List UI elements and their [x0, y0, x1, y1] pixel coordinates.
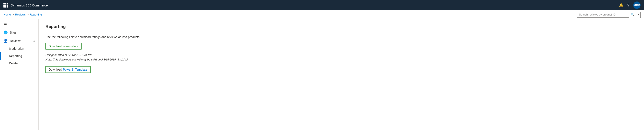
main-layout: ☰ 🌐 Sites 👤 Reviews ∧ Moderation Reporti…: [0, 19, 644, 130]
avatar[interactable]: MRG: [633, 2, 640, 9]
breadcrumb-home[interactable]: Home: [4, 13, 11, 16]
search-dropdown-button[interactable]: ▾: [636, 12, 640, 18]
content-description: Use the following link to download ratin…: [46, 35, 637, 39]
breadcrumb: Home > Reviews > Reporting: [4, 13, 42, 16]
page-title: Reporting: [46, 24, 637, 32]
person-icon: 👤: [4, 39, 8, 43]
powerbi-btn-prefix: Download: [49, 68, 63, 71]
sidebar-item-reviews[interactable]: 👤 Reviews ∧: [0, 37, 38, 45]
breadcrumb-sep-2: >: [27, 13, 28, 16]
help-icon[interactable]: ?: [627, 3, 630, 8]
link-note-text: Note: This download link will only be va…: [46, 57, 637, 62]
sidebar-top: ☰: [0, 19, 38, 28]
hamburger-icon: ☰: [4, 21, 7, 26]
sidebar-item-moderation[interactable]: Moderation: [0, 45, 38, 52]
hamburger-button[interactable]: ☰: [4, 22, 7, 25]
sidebar: ☰ 🌐 Sites 👤 Reviews ∧ Moderation Reporti…: [0, 19, 38, 130]
download-review-data-button[interactable]: Download review data: [46, 43, 82, 49]
powerbi-link[interactable]: PowerBI Template: [63, 68, 87, 71]
topbar-right: 🔔 ? MRG: [619, 2, 640, 9]
content-area: Reporting Use the following link to down…: [38, 19, 644, 130]
sidebar-item-sites[interactable]: 🌐 Sites: [0, 28, 38, 37]
search-container: 🔍 ▾: [577, 12, 640, 18]
search-button[interactable]: 🔍: [629, 12, 636, 18]
search-icon: 🔍: [631, 13, 634, 16]
search-input[interactable]: [577, 13, 629, 16]
sidebar-reviews-label: Reviews: [10, 39, 21, 43]
subheader: Home > Reviews > Reporting 🔍 ▾: [0, 10, 644, 19]
breadcrumb-current: Reporting: [30, 13, 42, 16]
sidebar-moderation-label: Moderation: [9, 47, 24, 50]
topbar: Dynamics 365 Commerce 🔔 ? MRG: [0, 0, 644, 10]
link-generated-text: Link generated at 8/14/2019, 3:41 PM: [46, 53, 637, 57]
waffle-icon[interactable]: [4, 3, 8, 8]
link-info: Link generated at 8/14/2019, 3:41 PM Not…: [46, 53, 637, 62]
chevron-up-icon: ∧: [33, 39, 35, 42]
breadcrumb-reviews[interactable]: Reviews: [15, 13, 26, 16]
chevron-down-icon: ▾: [638, 13, 639, 16]
sidebar-sites-label: Sites: [10, 31, 16, 34]
sidebar-item-reporting[interactable]: Reporting: [0, 52, 38, 60]
globe-icon: 🌐: [4, 30, 8, 34]
sidebar-reporting-label: Reporting: [9, 54, 22, 58]
download-powerbi-button[interactable]: Download PowerBI Template: [46, 66, 90, 73]
sidebar-item-delete[interactable]: Delete: [0, 60, 38, 67]
sidebar-delete-label: Delete: [9, 61, 18, 65]
topbar-left: Dynamics 365 Commerce: [4, 3, 48, 8]
breadcrumb-sep-1: >: [12, 13, 14, 16]
notification-icon[interactable]: 🔔: [619, 3, 624, 8]
app-title: Dynamics 365 Commerce: [11, 4, 48, 7]
